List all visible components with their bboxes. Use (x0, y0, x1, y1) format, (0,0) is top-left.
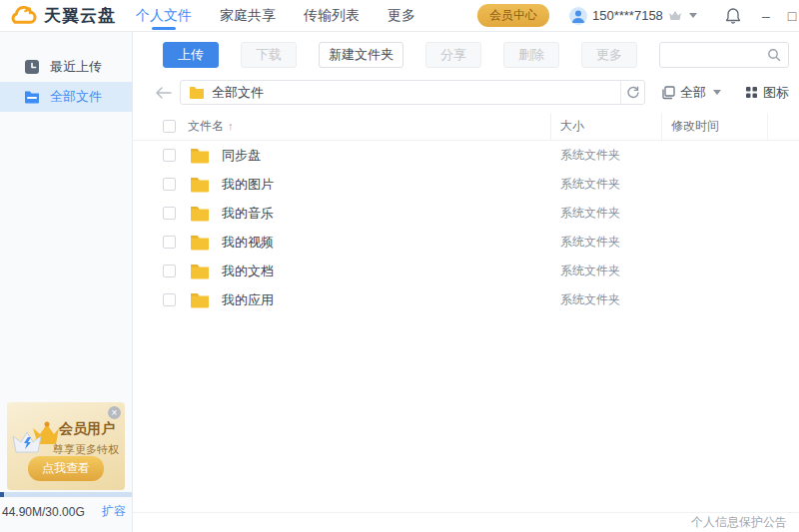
window-maximize-icon[interactable]: □ (779, 4, 799, 28)
filter-stack-icon (661, 86, 675, 100)
breadcrumb-label: 全部文件 (212, 84, 264, 102)
window-controls: – □ × (753, 4, 799, 28)
tab-family-share[interactable]: 家庭共享 (220, 1, 276, 31)
file-modified-time (661, 199, 767, 228)
folder-icon (190, 206, 210, 222)
expand-storage-link[interactable]: 扩容 (102, 503, 126, 520)
window-minimize-icon[interactable]: – (753, 4, 779, 28)
tab-transfer-list[interactable]: 传输列表 (304, 1, 360, 31)
sidebar-item-recent-uploads[interactable]: 最近上传 (0, 52, 132, 82)
more-button: 更多 (581, 42, 637, 68)
table-row[interactable]: 同步盘 系统文件夹 (133, 141, 799, 170)
search-box[interactable] (659, 42, 789, 68)
tab-more[interactable]: 更多 (388, 1, 415, 31)
notifications-button[interactable] (725, 7, 741, 24)
promo-title: 会员用户 (59, 420, 115, 438)
row-checkbox[interactable] (163, 265, 176, 277)
file-modified-time (661, 228, 767, 257)
file-modified-time (661, 141, 767, 170)
file-size: 系统文件夹 (550, 228, 661, 257)
sort-ascending-icon: ↑ (228, 120, 234, 132)
folder-icon (190, 292, 210, 308)
clock-icon (24, 59, 40, 75)
folder-icon (190, 264, 210, 279)
upload-button[interactable]: 上传 (163, 42, 219, 68)
column-spacer (767, 113, 799, 140)
main-footer: 个人信息保护公告 (133, 512, 799, 532)
title-bar: 天翼云盘 个人文件 家庭共享 传输列表 更多 会员中心 150****7158 (0, 0, 799, 32)
privacy-notice-link[interactable]: 个人信息保护公告 (691, 514, 787, 531)
vip-promo-banner[interactable]: × 会员用户 尊享更多特权 点我查看 (7, 402, 125, 490)
file-name[interactable]: 我的视频 (222, 234, 274, 252)
icon-view-label: 图标 (763, 84, 789, 102)
row-checkbox[interactable] (163, 236, 176, 249)
search-icon[interactable] (767, 48, 788, 62)
file-modified-time (661, 285, 767, 314)
file-list: 同步盘 系统文件夹 (133, 141, 799, 512)
vip-center-button[interactable]: 会员中心 (477, 4, 549, 27)
row-checkbox[interactable] (163, 149, 176, 162)
promo-subtitle: 尊享更多特权 (53, 442, 119, 457)
grid-view-icon (745, 86, 758, 99)
file-size: 系统文件夹 (550, 141, 661, 170)
row-checkbox[interactable] (163, 207, 176, 220)
cloud-logo-icon (8, 6, 38, 26)
share-button: 分享 (425, 42, 481, 68)
breadcrumb-path[interactable]: 全部文件 (181, 84, 620, 102)
app-body: 最近上传 全部文件 × (0, 32, 799, 532)
file-name[interactable]: 我的文档 (222, 263, 274, 280)
folder-icon (24, 90, 40, 104)
row-checkbox[interactable] (163, 178, 176, 191)
table-row[interactable]: 我的应用 系统文件夹 (133, 285, 799, 314)
main-nav: 个人文件 家庭共享 传输列表 更多 (136, 1, 415, 31)
column-header-name[interactable]: 文件名↑ (188, 118, 234, 135)
file-name[interactable]: 同步盘 (222, 147, 261, 165)
table-header: 文件名↑ 大小 修改时间 (133, 113, 799, 141)
table-row[interactable]: 我的图片 系统文件夹 (133, 170, 799, 199)
crown-icon (668, 10, 682, 21)
file-name[interactable]: 我的应用 (222, 291, 274, 309)
filter-label: 全部 (680, 84, 706, 102)
breadcrumb: 全部文件 (180, 80, 645, 105)
toolbar: 上传 下载 新建文件夹 分享 删除 更多 (133, 32, 799, 76)
column-header-time[interactable]: 修改时间 (661, 113, 767, 140)
tab-personal-files[interactable]: 个人文件 (136, 1, 192, 31)
table-row[interactable]: 我的视频 系统文件夹 (133, 228, 799, 257)
file-size: 系统文件夹 (550, 257, 661, 285)
folder-icon (190, 177, 210, 193)
sidebar: 最近上传 全部文件 × (0, 32, 133, 532)
chevron-down-icon[interactable] (689, 13, 697, 18)
file-size: 系统文件夹 (550, 285, 661, 314)
new-folder-button[interactable]: 新建文件夹 (319, 42, 403, 68)
back-arrow-icon[interactable] (155, 87, 172, 99)
promo-cta-button[interactable]: 点我查看 (28, 456, 104, 481)
file-name[interactable]: 我的图片 (222, 176, 274, 194)
storage-usage: 44.90M/30.00G (2, 505, 85, 519)
sidebar-item-label: 最近上传 (50, 58, 102, 76)
file-size: 系统文件夹 (550, 199, 661, 228)
icon-view-toggle[interactable]: 图标 (745, 84, 789, 102)
refresh-button[interactable] (620, 81, 644, 104)
close-icon[interactable]: × (108, 406, 121, 419)
sidebar-item-all-files[interactable]: 全部文件 (0, 82, 132, 112)
table-row[interactable]: 我的音乐 系统文件夹 (133, 199, 799, 228)
storage-section: 44.90M/30.00G 扩容 (0, 492, 132, 532)
app-logo: 天翼云盘 (8, 4, 116, 27)
column-header-size[interactable]: 大小 (550, 113, 661, 140)
location-bar: 全部文件 (133, 76, 799, 113)
sidebar-item-label: 全部文件 (50, 88, 102, 106)
file-size: 系统文件夹 (550, 170, 661, 199)
folder-icon (189, 86, 205, 99)
row-checkbox[interactable] (163, 293, 176, 306)
sidebar-nav: 最近上传 全部文件 (0, 32, 132, 112)
download-button: 下载 (241, 42, 297, 68)
search-input[interactable] (660, 43, 767, 67)
delete-button: 删除 (503, 42, 559, 68)
filter-type-dropdown[interactable]: 全部 (661, 84, 721, 102)
select-all-checkbox[interactable] (163, 120, 176, 133)
chevron-down-icon (713, 90, 721, 95)
folder-icon (190, 148, 210, 164)
file-name[interactable]: 我的音乐 (222, 205, 274, 223)
user-account[interactable]: 150****7158 (569, 7, 697, 25)
table-row[interactable]: 我的文档 系统文件夹 (133, 257, 799, 285)
